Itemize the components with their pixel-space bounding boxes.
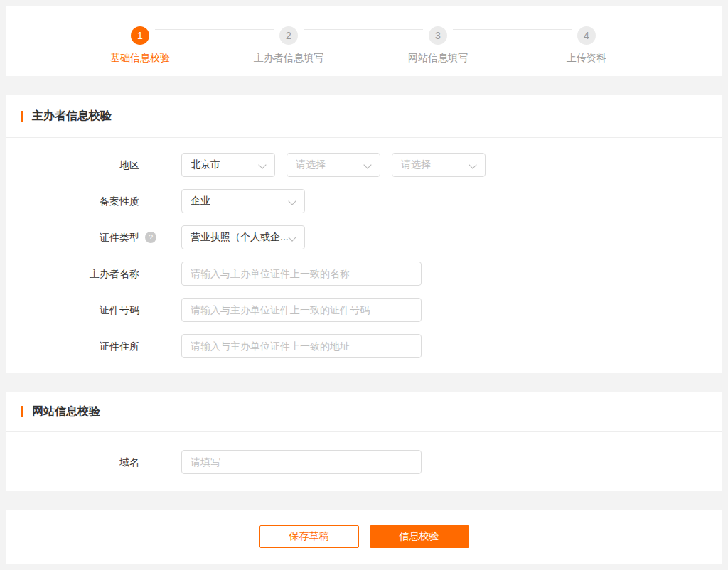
filing-nature-select-value: 企业 [191,195,210,208]
domain-label: 域名 [6,450,139,474]
city-select[interactable]: 请选择 [287,153,380,177]
step-3-label: 网站信息填写 [363,52,513,65]
filing-nature-label: 备案性质 [6,189,139,213]
region-label: 地区 [6,153,139,177]
certificate-address-input[interactable] [181,334,422,358]
district-select[interactable]: 请选择 [392,153,486,177]
step-3-circle: 3 [429,26,447,45]
certificate-number-label: 证件号码 [6,298,139,322]
step-2-organizer-info: 2 主办者信息填写 [214,26,363,65]
step-4-label: 上传资料 [512,52,661,65]
chevron-down-icon [469,161,476,168]
stepper: 1 基础信息校验 2 主办者信息填写 3 网站信息填写 4 上传资料 [6,6,722,76]
domain-input[interactable] [181,450,422,474]
certificate-number-row: 证件号码 [6,298,722,322]
certificate-type-row: 证件类型 ? 营业执照（个人或企... [6,225,722,249]
organizer-section-title: 主办者信息校验 [32,109,112,124]
accent-bar [21,406,23,417]
step-3-website-info: 3 网站信息填写 [363,26,513,65]
website-info-section: 网站信息校验 域名 [6,392,722,491]
step-1-basic-info-check: 1 基础信息校验 [65,26,215,65]
help-icon[interactable]: ? [145,232,156,243]
website-section-title: 网站信息校验 [32,404,100,419]
accent-bar [21,111,23,122]
filing-nature-select[interactable]: 企业 [181,189,305,213]
province-select-value: 北京市 [191,158,220,171]
organizer-info-section: 主办者信息校验 地区 北京市 请选择 请选择 备案性质 [6,95,722,373]
step-1-circle: 1 [131,26,149,45]
province-select[interactable]: 北京市 [181,153,275,177]
chevron-down-icon [363,161,371,168]
chevron-down-icon [288,197,296,205]
organizer-name-input[interactable] [181,262,422,286]
footer-actions: 保存草稿 信息校验 [6,510,722,564]
district-select-placeholder: 请选择 [401,158,431,171]
step-1-label: 基础信息校验 [65,52,215,65]
verify-info-button[interactable]: 信息校验 [370,525,469,548]
domain-row: 域名 [6,450,722,474]
chevron-down-icon [258,161,266,168]
certificate-address-label: 证件住所 [6,334,139,358]
chevron-down-icon [288,233,296,241]
save-draft-button[interactable]: 保存草稿 [259,525,359,548]
certificate-type-select-value: 营业执照（个人或企... [191,231,289,244]
organizer-name-label: 主办者名称 [6,262,139,286]
region-row: 地区 北京市 请选择 请选择 [6,153,722,177]
certificate-type-label: 证件类型 ? [6,225,139,249]
city-select-placeholder: 请选择 [296,158,326,171]
certificate-number-input[interactable] [181,298,422,322]
step-4-circle: 4 [577,26,596,45]
step-2-label: 主办者信息填写 [214,52,363,65]
certificate-type-label-text: 证件类型 [100,232,139,243]
certificate-address-row: 证件住所 [6,334,722,358]
step-4-upload-materials: 4 上传资料 [512,26,661,65]
organizer-name-row: 主办者名称 [6,262,722,286]
website-section-header: 网站信息校验 [6,392,722,432]
filing-nature-row: 备案性质 企业 [6,189,722,213]
certificate-type-select[interactable]: 营业执照（个人或企... [181,225,305,249]
organizer-section-header: 主办者信息校验 [6,95,722,138]
step-2-circle: 2 [279,26,298,45]
